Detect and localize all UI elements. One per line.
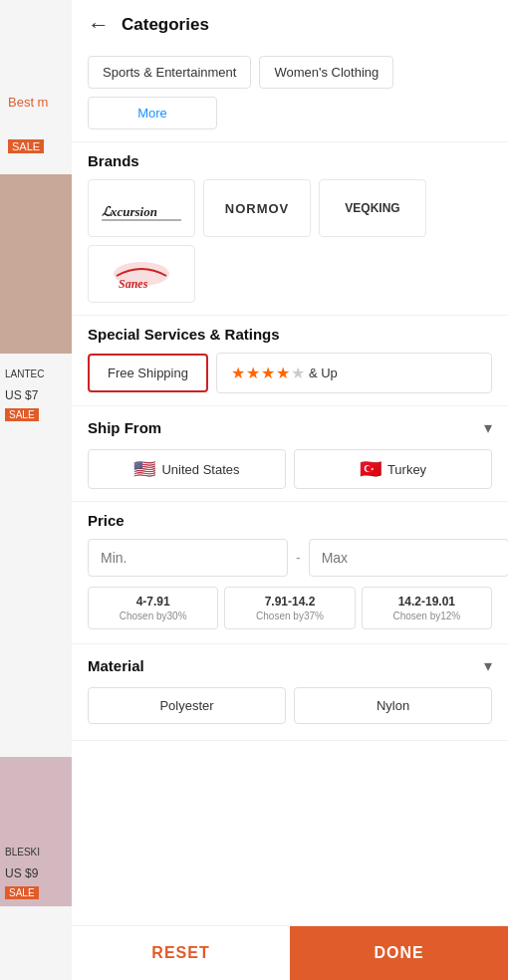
brands-row: ℒxcursion NORMOV VEQKING Sanes: [88, 179, 492, 303]
price-separator: -: [296, 550, 301, 566]
us-flag-icon: 🇺🇸: [133, 458, 155, 480]
preset-range-2: 7.91-14.2: [229, 595, 350, 609]
price-section: Price - 4-7.91 Chosen by30% 7.91-14.2 Ch…: [72, 502, 508, 644]
bg-price-2: US $9: [5, 866, 38, 880]
category-chip-womens[interactable]: Women's Clothing: [259, 56, 393, 89]
price-preset-2[interactable]: 7.91-14.2 Chosen by37%: [224, 587, 355, 629]
done-button[interactable]: DONE: [290, 926, 508, 980]
ship-options-row: 🇺🇸 United States 🇹🇷 Turkey: [72, 449, 508, 501]
preset-chosen-3: Chosen by12%: [367, 611, 487, 621]
brands-section: Brands ℒxcursion NORMOV VEQKING: [72, 142, 508, 316]
ship-from-chevron-icon: ▾: [484, 418, 492, 437]
free-shipping-chip[interactable]: Free Shipping: [88, 354, 208, 392]
us-label: United States: [161, 462, 239, 477]
preset-range-1: 4-7.91: [93, 595, 213, 609]
material-chip-nylon[interactable]: Nylon: [294, 687, 492, 724]
material-section: Material ▾ Polyester Nylon: [72, 644, 508, 741]
material-chevron-icon: ▾: [484, 656, 492, 675]
preset-chosen-1: Chosen by30%: [93, 611, 213, 621]
bg-product-name-1: LANTEC: [5, 368, 44, 379]
brand-veqking[interactable]: VEQKING: [319, 179, 426, 237]
categories-section: Sports & Entertainment Women's Clothing …: [72, 46, 508, 142]
price-inputs-row: -: [88, 539, 492, 577]
svg-text:ℒxcursion: ℒxcursion: [102, 204, 157, 219]
bg-sale-badge: SALE: [8, 139, 44, 153]
normov-label: NORMOV: [225, 201, 290, 216]
filter-panel: ← Categories Sports & Entertainment Wome…: [72, 0, 508, 980]
price-title: Price: [88, 512, 492, 529]
stars-display: ★ ★ ★ ★ ★: [231, 364, 305, 382]
price-presets-row: 4-7.91 Chosen by30% 7.91-14.2 Chosen by3…: [88, 587, 492, 629]
star-2: ★: [246, 364, 260, 382]
material-chip-polyester[interactable]: Polyester: [88, 687, 286, 724]
price-preset-1[interactable]: 4-7.91 Chosen by30%: [88, 587, 218, 629]
country-chip-us[interactable]: 🇺🇸 United States: [88, 449, 286, 489]
material-options-row: Polyester Nylon: [72, 687, 508, 740]
panel-title: Categories: [122, 15, 209, 35]
bg-best-match: Best m: [8, 95, 48, 110]
star-1: ★: [231, 364, 245, 382]
bg-product-image-2: [0, 757, 72, 906]
price-preset-3[interactable]: 14.2-19.01 Chosen by12%: [362, 587, 492, 629]
category-chip-sports[interactable]: Sports & Entertainment: [88, 56, 251, 89]
bg-product-name-2: BLESKI: [5, 847, 40, 858]
sanes-logo-svg: Sanes: [97, 254, 186, 294]
rating-chip[interactable]: ★ ★ ★ ★ ★ & Up: [216, 353, 492, 393]
ship-from-section: Ship From ▾ 🇺🇸 United States 🇹🇷 Turkey: [72, 406, 508, 502]
back-button[interactable]: ←: [88, 14, 110, 36]
panel-header: ← Categories: [72, 0, 508, 46]
svg-text:Sanes: Sanes: [119, 277, 148, 291]
ship-from-header[interactable]: Ship From ▾: [72, 406, 508, 449]
turkey-flag-icon: 🇹🇷: [360, 458, 381, 480]
star-5: ★: [291, 364, 305, 382]
bg-price-1: US $7: [5, 388, 38, 402]
country-chip-turkey[interactable]: 🇹🇷 Turkey: [294, 449, 492, 489]
turkey-label: Turkey: [387, 462, 426, 477]
brand-sanes[interactable]: Sanes: [88, 245, 195, 303]
spacer: [72, 741, 508, 925]
ship-from-title: Ship From: [88, 419, 161, 436]
rating-suffix: & Up: [309, 366, 338, 380]
category-chip-more[interactable]: More: [88, 97, 217, 129]
excursion-logo-svg: ℒxcursion: [97, 188, 186, 228]
special-services-title: Special Services & Ratings: [88, 326, 492, 343]
special-services-section: Special Services & Ratings Free Shipping…: [72, 316, 508, 406]
preset-range-3: 14.2-19.01: [367, 595, 487, 609]
bg-product-image-1: [0, 174, 72, 354]
bg-sale-badge-2: SALE: [5, 408, 39, 421]
material-header[interactable]: Material ▾: [72, 644, 508, 687]
bg-sale-badge-3: SALE: [5, 886, 39, 899]
material-title: Material: [88, 657, 144, 674]
reset-button[interactable]: RESET: [72, 926, 290, 980]
star-4: ★: [276, 364, 290, 382]
brand-excursion[interactable]: ℒxcursion: [88, 179, 195, 237]
brand-normov[interactable]: NORMOV: [203, 179, 311, 237]
services-row: Free Shipping ★ ★ ★ ★ ★ & Up: [88, 353, 492, 393]
preset-chosen-2: Chosen by37%: [229, 611, 350, 621]
price-min-input[interactable]: [88, 539, 288, 577]
brands-title: Brands: [88, 152, 492, 169]
price-max-input[interactable]: [309, 539, 508, 577]
star-3: ★: [261, 364, 275, 382]
footer-buttons: RESET DONE: [72, 925, 508, 980]
veqking-label: VEQKING: [345, 201, 399, 215]
categories-chips-row: Sports & Entertainment Women's Clothing …: [88, 56, 492, 129]
